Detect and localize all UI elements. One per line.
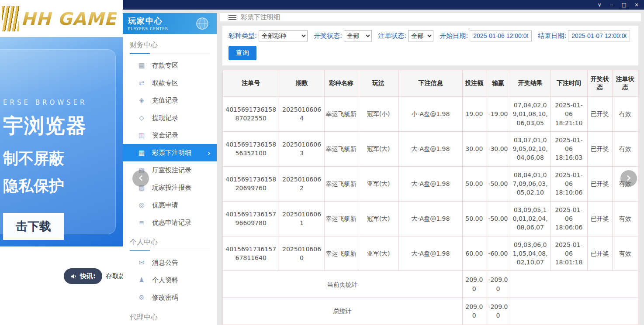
sidebar-item-promo-apply[interactable]: ◎优惠申请 [123,196,217,214]
table-body: 40156917361588702255020250106064幸运飞艇新冠军(… [223,97,638,271]
query-button[interactable]: 查询 [229,46,256,60]
download-button[interactable]: 击下载 [3,213,64,240]
cell-bet_info: 大-A盘@1.98 [399,131,462,166]
draw-status-select[interactable]: 全部 [344,30,372,41]
grand-total-bet: 209.00 [462,298,486,325]
sidebar-item-funds-record[interactable]: ▥资金记录 [123,127,217,144]
table-row: 40156917361582069976020250106062幸运飞艇新亚军(… [223,166,638,201]
carousel-next-button[interactable]: › [620,170,637,187]
lottery-bet-details-icon: ▦ [138,149,145,157]
window-maximize-icon[interactable]: □ [622,2,627,7]
sidebar-item-label: 优惠申请记录 [152,219,191,227]
hhgame-logo-icon [2,6,19,31]
cell-play: 亚军(大) [358,166,398,201]
window-titlebar: ∨ − □ × [123,0,644,10]
cell-lottery_name: 幸运飞艇新 [324,236,358,271]
col-header-draw_status: 开奖状态 [587,70,612,97]
cell-order_no: 401569173615767811640 [223,236,279,271]
col-header-order_status: 注单状态 [612,70,638,97]
banner-subline-2: 隐私保护 [3,176,112,196]
ticker-label: 快讯: [80,272,96,281]
cell-period: 20250106062 [279,166,324,201]
sidebar-item-label: 资金记录 [152,131,178,140]
table-row: 40156917361576781164020250106060幸运飞艇新亚军(… [223,236,638,271]
order-status-select[interactable]: 全部 [408,30,433,41]
sidebar-item-label: 提现记录 [152,114,178,122]
sidebar-item-lottery-bet-details[interactable]: ▦彩票下注明细› [123,144,217,161]
sidebar-item-profile[interactable]: ♟个人资料 [123,271,217,289]
cell-play: 亚军(大) [358,236,398,271]
col-header-play: 玩法 [358,70,398,97]
sidebar-item-withdraw-record[interactable]: ◇提现记录 [123,109,217,127]
sidebar-item-label: 充值记录 [152,96,178,105]
window-close-icon[interactable]: × [634,2,639,7]
cell-bet_time: 2025-01-06 18:10:06 [551,166,587,201]
banner-subline-1: 制不屏蔽 [3,148,112,169]
start-date-input[interactable] [470,30,532,41]
table-row: 40156917361588702255020250106064幸运飞艇新冠军(… [223,97,638,132]
lottery-type-select[interactable]: 全部彩种 [259,30,308,41]
sidebar-item-promo-apply-record[interactable]: ≡优惠申请记录 [123,214,217,231]
cell-draw_status: 已开奖 [587,166,612,201]
cell-period: 20250106064 [279,97,324,132]
screen: HH GAME ERSE BROWSER 宇浏览器 制不屏蔽 隐私保护 击下载 … [0,0,644,325]
cell-draw_status: 已开奖 [587,131,612,166]
cell-lottery_name: 幸运飞艇新 [324,97,358,132]
promo-apply-record-icon: ≡ [138,219,145,226]
funds-record-icon: ▥ [138,131,145,139]
cell-period: 20250106061 [279,201,324,236]
promo-banner-card: ERSE BROWSER 宇浏览器 制不屏蔽 隐私保护 击下载 [0,49,116,234]
cell-play: 冠军(小) [358,97,398,132]
cell-order_status: 有效 [612,201,638,236]
section-title-0: 财务中心 [130,41,210,54]
cell-bet_time: 2025-01-06 18:06:06 [551,201,587,236]
recharge-record-icon: ◈ [138,96,145,104]
bet-table-panel: 注单号期数彩种名称玩法下注信息投注额输赢开奖结果下注时间开奖状态注单状态 401… [222,70,638,325]
grand-total-label: 总统计 [223,298,463,325]
cell-draw_status: 已开奖 [587,236,612,271]
cell-order_no: 401569173615887022550 [223,97,279,132]
carousel-prev-button[interactable]: ‹ [132,170,149,187]
col-header-bet_info: 下注信息 [399,70,462,97]
ticker-area: 快讯: 存取款, [0,246,123,325]
col-header-period: 期数 [279,70,324,97]
cell-lottery_name: 幸运飞艇新 [324,201,358,236]
menu-toggle-icon[interactable] [229,15,236,20]
cell-order_status: 有效 [612,131,638,166]
table-row: 40156917361585635210020250106063幸运飞艇新冠军(… [223,131,638,166]
col-header-bet_amount: 投注额 [462,70,486,97]
cell-draw_result: 03,09,05,10,01,02,04,08,06,07 [510,201,551,236]
cell-play: 冠军(大) [358,201,398,236]
section-title-1: 个人中心 [130,238,210,251]
sidebar-item-withdraw[interactable]: ⇄取款专区 [123,74,217,92]
sidebar-item-recharge-record[interactable]: ◈充值记录 [123,92,217,109]
cell-win_loss: -19.00 [486,97,510,132]
window-body: 玩家中心 PLAYERS CENTER 财务中心▤存款专区⇄取款专区◈充值记录◇… [123,10,644,325]
cell-draw_result: 09,03,06,01,05,04,08,02,10,07 [510,236,551,271]
window-minimize-icon[interactable]: − [609,2,614,7]
col-header-win_loss: 输赢 [486,70,510,97]
bet-table: 注单号期数彩种名称玩法下注信息投注额输赢开奖结果下注时间开奖状态注单状态 401… [222,70,638,325]
cell-draw_status: 已开奖 [587,97,612,132]
cell-bet_amount: 60.00 [462,236,486,271]
cell-order_status: 有效 [612,236,638,271]
sidebar-item-deposit[interactable]: ▤存款专区 [123,57,217,74]
cell-draw_status: 已开奖 [587,201,612,236]
cell-order_status: 有效 [612,97,638,132]
page-total-row: 当前页统计 209.00 -209.00 [223,271,638,298]
cell-draw_result: 07,04,02,09,01,08,10,06,03,05 [510,97,551,132]
cell-bet_amount: 50.00 [462,201,486,236]
page-total-winloss: -209.00 [486,271,510,298]
cell-bet_info: 大-A盘@1.98 [399,201,462,236]
col-header-draw_result: 开奖结果 [510,70,551,97]
filter-panel: 彩种类型: 全部彩种 开奖状态: 全部 注单状态: 全部 [222,26,638,65]
cell-order_no: 401569173615820699760 [223,166,279,201]
sidebar-item-label: 彩票下注明细 [152,149,191,157]
breadcrumb-bar: 彩票下注明细 [220,13,641,21]
sidebar-item-change-password[interactable]: ⚙修改密码 [123,289,217,306]
end-date-input[interactable] [568,30,630,41]
window-dropdown-icon[interactable]: ∨ [598,2,602,7]
sidebar-item-announcements[interactable]: ✉消息公告 [123,254,217,271]
cell-play: 冠军(大) [358,131,398,166]
sidebar-item-label: 厅室投注记录 [152,166,191,174]
